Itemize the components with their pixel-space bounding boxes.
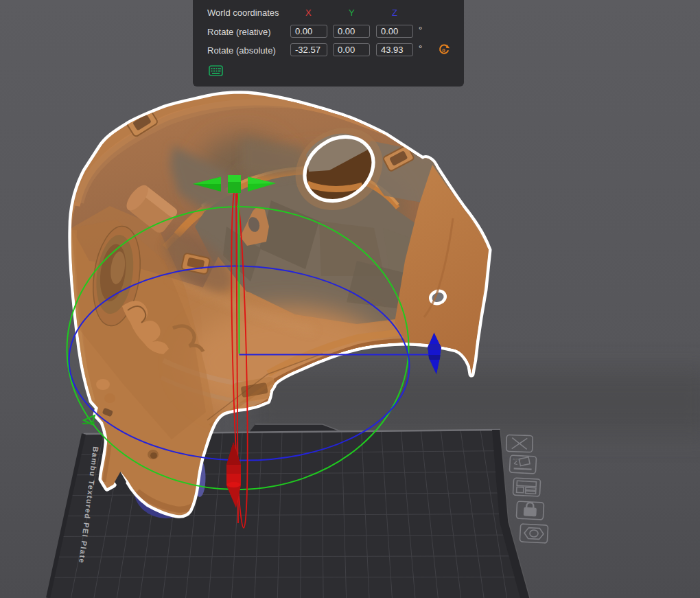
svg-text:AUTO: AUTO: [513, 457, 520, 461]
svg-text:0: 0: [442, 47, 445, 54]
